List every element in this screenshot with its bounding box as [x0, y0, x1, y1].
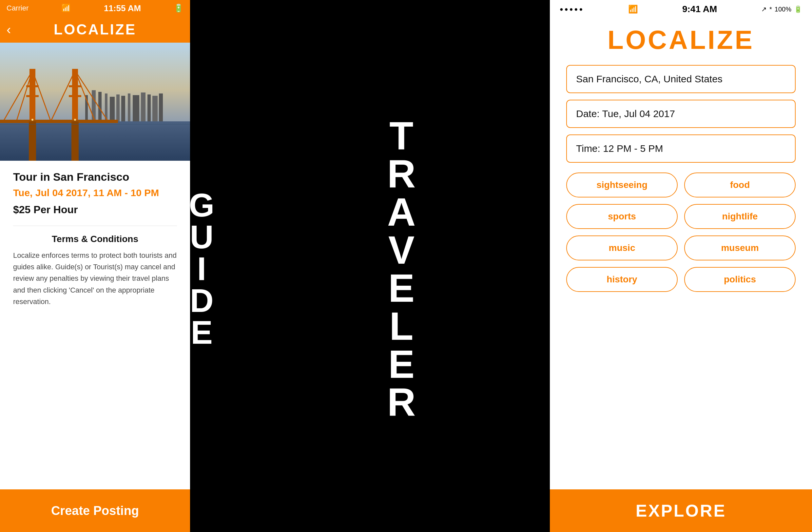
category-politics[interactable]: politics — [684, 267, 796, 292]
svg-rect-13 — [153, 96, 158, 121]
hero-image — [0, 43, 190, 161]
svg-rect-14 — [159, 94, 163, 121]
terms-heading: Terms & Conditions — [13, 234, 177, 244]
svg-rect-30 — [0, 124, 190, 125]
category-history[interactable]: history — [566, 267, 678, 292]
traveler-text: TRAVELER — [382, 114, 421, 418]
right-app-title: LOCALIZE — [550, 18, 812, 58]
right-status-icons: ↗ * 100% 🔋 — [761, 5, 802, 13]
location-icon: ↗ — [761, 5, 767, 13]
svg-rect-1 — [0, 121, 190, 161]
battery-icon: 🔋 — [174, 4, 184, 13]
svg-rect-29 — [71, 121, 79, 161]
svg-rect-8 — [121, 96, 125, 121]
svg-rect-27 — [69, 95, 81, 97]
category-museum[interactable]: museum — [684, 236, 796, 261]
explore-button[interactable]: EXPLORE — [550, 489, 812, 532]
svg-rect-11 — [141, 93, 145, 121]
svg-rect-6 — [110, 97, 115, 121]
guide-label: GUIDE — [190, 0, 213, 532]
time-input[interactable]: Time: 12 PM - 5 PM — [566, 135, 796, 163]
content-area: Tour in San Francisco Tue, Jul 04 2017, … — [0, 161, 190, 489]
svg-rect-23 — [0, 120, 118, 123]
left-phone: Carrier 📶 11:55 AM 🔋 ‹ LOCALIZE — [0, 0, 190, 532]
right-battery-icon: 🔋 — [794, 5, 802, 13]
category-sightseeing[interactable]: sightseeing — [566, 172, 678, 197]
category-music[interactable]: music — [566, 236, 678, 261]
bluetooth-icon: * — [769, 5, 772, 13]
category-food[interactable]: food — [684, 172, 796, 197]
svg-rect-28 — [29, 121, 36, 161]
tour-price: $25 Per Hour — [13, 204, 177, 216]
back-icon[interactable]: ‹ — [6, 22, 11, 37]
terms-body: Localize enforces terms to protect both … — [13, 250, 177, 307]
right-wifi-icon: 📶 — [628, 4, 638, 14]
category-sports[interactable]: sports — [566, 204, 678, 229]
tour-date: Tue, Jul 04 2017, 11 AM - 10 PM — [13, 187, 177, 198]
svg-rect-12 — [147, 95, 151, 121]
middle-area: GUIDE TRAVELER — [190, 0, 472, 532]
wifi-icon: 📶 — [61, 4, 71, 13]
create-posting-button[interactable]: Create Posting — [0, 489, 190, 532]
svg-rect-26 — [69, 85, 81, 87]
signal-dots: ●●●●● — [560, 6, 584, 13]
left-nav-bar: ‹ LOCALIZE — [0, 16, 190, 43]
svg-rect-9 — [128, 94, 130, 121]
left-status-bar: Carrier 📶 11:55 AM 🔋 — [0, 0, 190, 16]
svg-rect-10 — [133, 95, 139, 121]
svg-rect-7 — [116, 95, 120, 121]
right-time: 9:41 AM — [682, 4, 717, 14]
category-nightlife[interactable]: nightlife — [684, 204, 796, 229]
svg-rect-25 — [26, 95, 39, 97]
right-status-bar: ●●●●● 📶 9:41 AM ↗ * 100% 🔋 — [550, 0, 812, 18]
categories-grid: sightseeing food sports nightlife music … — [566, 172, 796, 292]
left-time: 11:55 AM — [104, 3, 141, 13]
traveler-label: TRAVELER — [377, 0, 426, 532]
date-input[interactable]: Date: Tue, Jul 04 2017 — [566, 100, 796, 128]
carrier-label: Carrier — [6, 4, 29, 13]
svg-point-31 — [31, 119, 33, 121]
svg-point-32 — [74, 119, 76, 121]
form-area: San Francisco, CA, United States Date: T… — [550, 58, 812, 489]
right-phone: ●●●●● 📶 9:41 AM ↗ * 100% 🔋 LOCALIZE San … — [550, 0, 812, 532]
svg-rect-24 — [26, 85, 39, 87]
battery-percent: 100% — [775, 5, 791, 13]
tour-title: Tour in San Francisco — [13, 170, 177, 183]
left-app-title: LOCALIZE — [54, 21, 136, 38]
guide-text: GUIDE — [190, 187, 220, 346]
location-input[interactable]: San Francisco, CA, United States — [566, 65, 796, 93]
terms-section: Terms & Conditions Localize enforces ter… — [13, 226, 177, 307]
